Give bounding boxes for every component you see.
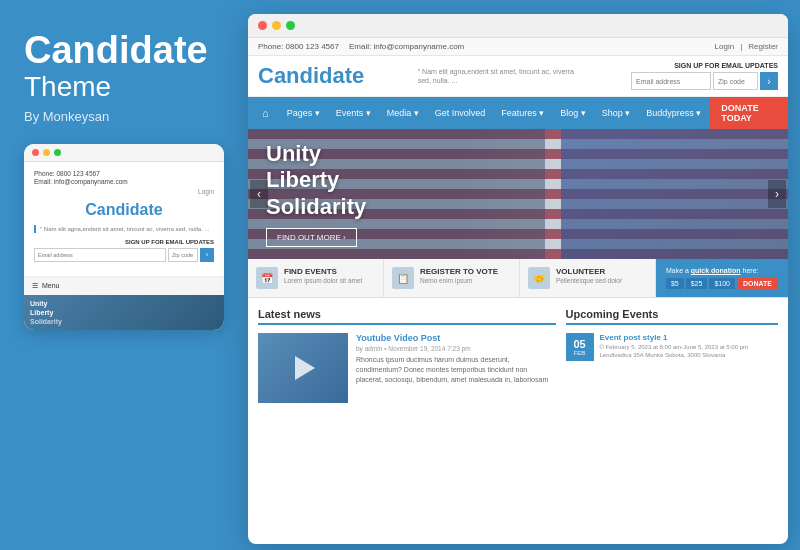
news-item: Youtube Video Post by admin • November 1…: [258, 333, 556, 403]
news-post-meta: by admin • November 19, 2014 7:23 pm: [356, 345, 556, 352]
nav-home-button[interactable]: ⌂: [252, 101, 279, 125]
feature-register-vote[interactable]: 📋 REGISTER TO VOTE Nemo enim ipsum: [384, 259, 520, 297]
play-icon: [283, 348, 323, 388]
feature-find-events-text: FIND EVENTS Lorem ipsum dolor sit amet: [284, 267, 362, 284]
feature-strip: 📅 FIND EVENTS Lorem ipsum dolor sit amet…: [248, 259, 788, 298]
nav-blog[interactable]: Blog ▾: [552, 102, 594, 124]
nav-donate-button[interactable]: DONATE TODAY: [709, 97, 788, 129]
topbar-email: Email: info@companyname.com: [349, 42, 464, 51]
device-zip-input[interactable]: [168, 248, 198, 262]
nav-features[interactable]: Features ▾: [493, 102, 552, 124]
hamburger-icon: ☰: [32, 282, 38, 290]
site-submit-button[interactable]: ›: [760, 72, 778, 90]
hero-prev-button[interactable]: ‹: [250, 180, 268, 208]
topbar-phone: Phone: 0800 123 4567: [258, 42, 339, 51]
site-tagline: " Nam elit agna,enderit sit amet, tincun…: [418, 67, 578, 85]
feature-register-vote-title: REGISTER TO VOTE: [420, 267, 498, 276]
device-quote: " Nam elit agna,enderit sit amet, tincun…: [34, 225, 214, 233]
dot-green: [54, 149, 61, 156]
site-zip-input[interactable]: [713, 72, 758, 90]
event-info: Event post style 1 © February 5, 2023 at…: [600, 333, 749, 361]
title-theme: Theme: [24, 72, 224, 103]
hero-next-button[interactable]: ›: [768, 180, 786, 208]
feature-volunteer-title: VOLUNTEER: [556, 267, 622, 276]
topbar-right: Login | Register: [715, 42, 778, 51]
event-title[interactable]: Event post style 1: [600, 333, 749, 342]
site-signup-label: SIGN UP FOR EMAIL UPDATES: [631, 62, 778, 69]
donate-25-button[interactable]: $25: [686, 278, 708, 289]
device-submit-button[interactable]: ›: [200, 248, 214, 262]
hero-cta-button[interactable]: FIND OUT MORE ›: [266, 228, 357, 247]
hero-content: Unity Liberty Solidarity FIND OUT MORE ›: [248, 129, 384, 259]
topbar-login[interactable]: Login: [715, 42, 735, 51]
svg-marker-0: [295, 356, 315, 380]
donate-submit-button[interactable]: DONATE: [737, 278, 778, 289]
site-topbar: Phone: 0800 123 4567 Email: info@company…: [248, 38, 788, 56]
donation-link[interactable]: quick donation: [691, 267, 741, 274]
feature-find-events-desc: Lorem ipsum dolor sit amet: [284, 277, 362, 284]
menu-label: Menu: [42, 282, 60, 289]
clipboard-icon: 📋: [392, 267, 414, 289]
site-hero: Unity Liberty Solidarity FIND OUT MORE ›…: [248, 129, 788, 259]
device-hero-text: UnityLibertySolidarity: [30, 299, 62, 326]
device-mockup: Phone: 0800 123 4567 Email: info@company…: [24, 144, 224, 330]
feature-volunteer-text: VOLUNTEER Pellentesque sed dolor: [556, 267, 622, 284]
hero-title: Unity Liberty Solidarity: [266, 141, 366, 220]
event-desc: © February 5, 2023 at 8:00 am-June 5, 20…: [600, 343, 749, 360]
topbar-left: Phone: 0800 123 4567 Email: info@company…: [258, 42, 464, 51]
title-byline: By Monkeysan: [24, 109, 224, 124]
donation-label: Make a quick donation here:: [666, 267, 778, 274]
device-email-input[interactable]: [34, 248, 166, 262]
upcoming-events-title: Upcoming Events: [566, 308, 779, 325]
browser-dot-yellow: [272, 21, 281, 30]
device-body: Phone: 0800 123 4567 Email: info@company…: [24, 162, 224, 276]
site-email-input[interactable]: [631, 72, 711, 90]
news-post-excerpt: Rhoncus ipsum ducimus harum duimus deser…: [356, 355, 556, 384]
feature-volunteer-desc: Pellentesque sed dolor: [556, 277, 622, 284]
feature-register-vote-text: REGISTER TO VOTE Nemo enim ipsum: [420, 267, 498, 284]
site-email-row: ›: [631, 72, 778, 90]
nav-buddypress[interactable]: Buddypress ▾: [638, 102, 709, 124]
site-signup-block: SIGN UP FOR EMAIL UPDATES ›: [631, 62, 778, 90]
left-panel: Candidate Theme By Monkeysan Phone: 0800…: [0, 0, 248, 550]
device-hero: UnityLibertySolidarity: [24, 295, 224, 330]
feature-find-events-title: FIND EVENTS: [284, 267, 362, 276]
dot-yellow: [43, 149, 50, 156]
device-titlebar: [24, 144, 224, 162]
device-email: Email: info@companyname.com: [34, 178, 214, 185]
dot-red: [32, 149, 39, 156]
browser-titlebar: [248, 14, 788, 38]
browser-dot-green: [286, 21, 295, 30]
nav-shop[interactable]: Shop ▾: [594, 102, 639, 124]
nav-media[interactable]: Media ▾: [379, 102, 427, 124]
donate-100-button[interactable]: $100: [709, 278, 735, 289]
feature-donation-block: Make a quick donation here: $5 $25 $100 …: [656, 259, 788, 297]
device-logo: Candidate: [34, 201, 214, 219]
site-logo: Candidate: [258, 63, 364, 89]
event-month: FEB: [574, 350, 586, 356]
browser-dot-red: [258, 21, 267, 30]
nav-events[interactable]: Events ▾: [328, 102, 379, 124]
handshake-icon: 🤝: [528, 267, 550, 289]
browser-mockup: Phone: 0800 123 4567 Email: info@company…: [248, 14, 788, 544]
event-date-box: 05 FEB: [566, 333, 594, 361]
site-nav: ⌂ Pages ▾ Events ▾ Media ▾ Get Involved …: [248, 97, 788, 129]
topbar-register[interactable]: Register: [748, 42, 778, 51]
news-thumbnail: [258, 333, 348, 403]
donate-5-button[interactable]: $5: [666, 278, 684, 289]
title-candidate: Candidate: [24, 30, 224, 72]
device-phone: Phone: 0800 123 4567: [34, 170, 214, 177]
content-area: Latest news Youtube Video Post by admin …: [248, 298, 788, 413]
feature-volunteer[interactable]: 🤝 VOLUNTEER Pellentesque sed dolor: [520, 259, 656, 297]
news-content: Youtube Video Post by admin • November 1…: [356, 333, 556, 403]
upcoming-events-section: Upcoming Events 05 FEB Event post style …: [566, 308, 779, 403]
site-header: Candidate " Nam elit agna,enderit sit am…: [248, 56, 788, 97]
news-post-title[interactable]: Youtube Video Post: [356, 333, 556, 343]
device-menu-bar[interactable]: ☰ Menu: [24, 276, 224, 295]
calendar-icon: 📅: [256, 267, 278, 289]
nav-get-involved[interactable]: Get Involved: [427, 102, 494, 124]
event-day: 05: [573, 339, 585, 350]
feature-find-events[interactable]: 📅 FIND EVENTS Lorem ipsum dolor sit amet: [248, 259, 384, 297]
nav-pages[interactable]: Pages ▾: [279, 102, 328, 124]
device-signup-label: SIGN UP FOR EMAIL UPDATES: [34, 239, 214, 245]
